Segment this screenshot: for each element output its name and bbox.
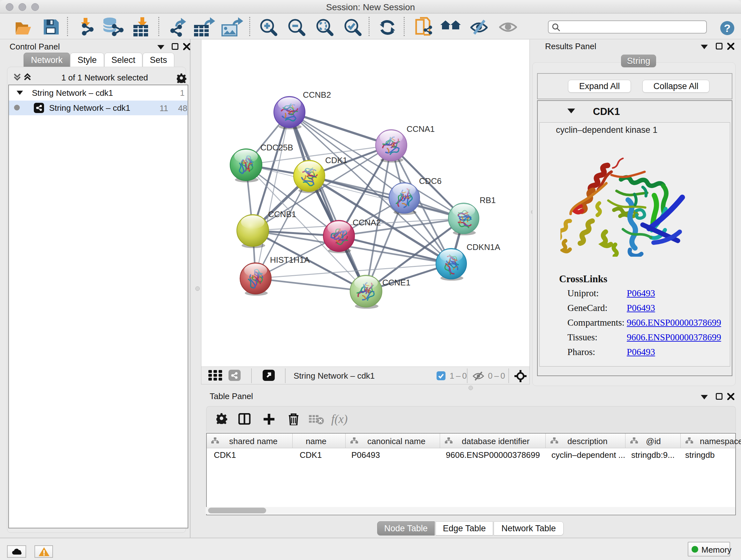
svg-text:CCNA1: CCNA1 <box>407 124 434 134</box>
svg-text:CDKN1A: CDKN1A <box>467 242 500 252</box>
svg-text:CCNE1: CCNE1 <box>382 278 410 287</box>
svg-text:CCNB1: CCNB1 <box>268 209 296 219</box>
svg-text:HIST1H1A: HIST1H1A <box>270 255 310 265</box>
svg-text:CCNB2: CCNB2 <box>303 90 331 100</box>
svg-text:RB1: RB1 <box>480 195 496 205</box>
svg-text:CDC6: CDC6 <box>419 176 442 186</box>
svg-text:CCNA2: CCNA2 <box>353 218 381 227</box>
svg-text:CDK1: CDK1 <box>325 155 347 165</box>
svg-text:CDC25B: CDC25B <box>260 143 293 152</box>
